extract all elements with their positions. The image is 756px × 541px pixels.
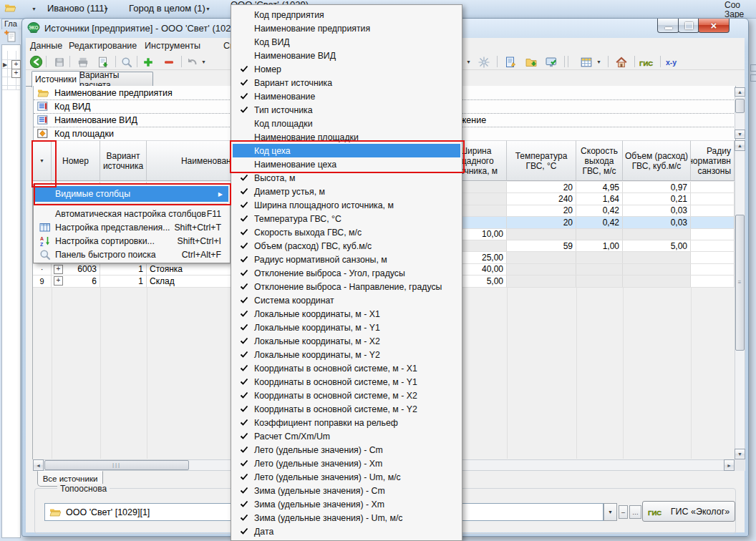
cell-temp[interactable] [507,252,576,263]
scroll-right-button[interactable]: ► [724,459,735,471]
column-menu-item[interactable]: Наименование цеха [233,157,460,171]
cell-temp[interactable] [507,276,576,286]
column-header-speed[interactable]: Скорость выхода ГВС, м/с [576,140,623,181]
column-menu-item[interactable]: Радиус нормативной санзоны, м [233,253,460,266]
restore-button[interactable] [678,19,699,33]
column-menu-item[interactable]: Лето (удельные значения) - Xm [233,457,460,470]
cell-volume[interactable] [623,229,691,240]
cell-number[interactable]: +6 [52,276,100,286]
column-menu-item[interactable]: Температура ГВС, °С [233,212,460,225]
column-header-temp[interactable]: Температура ГВС, °С [507,140,576,181]
context-menu-item-панель-быстрого-поиска[interactable]: Панель быстрого поискаCtrl+Alt+F [35,248,228,261]
cell-radius[interactable] [691,264,735,275]
cell-speed[interactable]: 0,42 [576,205,623,216]
cell-radius[interactable] [691,276,735,286]
grid-icon[interactable] [579,55,593,69]
scroll-left-button[interactable]: ◄ [33,459,44,471]
column-menu-item[interactable]: Координаты в основной системе, м - Y1 [233,375,460,389]
column-menu-item[interactable]: Локальные координаты, м - Y1 [233,321,460,334]
column-menu-item[interactable]: Лето (удельные значения) - Um, м/с [233,470,460,484]
column-header-volume[interactable]: Объем (расход) ГВС, куб.м/с [623,140,691,181]
column-menu-item[interactable]: Локальные координаты, м - X2 [233,334,460,348]
cell-temp[interactable] [507,264,576,275]
edit-doc-icon[interactable] [503,55,518,69]
region-dropdown[interactable]: Иваново (111) [47,3,107,14]
cell-temp[interactable]: 20 [507,205,576,216]
cell-temp[interactable]: 240 [507,193,576,204]
save-icon[interactable] [52,55,67,69]
chevron-down-icon[interactable]: ▼ [104,6,109,11]
add-icon[interactable] [141,55,155,69]
column-menu-item[interactable]: Координаты в основной системе, м - Y2 [233,402,460,416]
column-menu-item[interactable]: Объем (расход) ГВС, куб.м/с [233,239,460,253]
column-menu-item[interactable]: Система координат [233,293,460,307]
cell-radius[interactable] [691,252,735,263]
column-header-number[interactable]: Номер [52,140,100,181]
minimize-button[interactable] [657,19,679,33]
context-menu-item-автоматическая-настройка-столбцов[interactable]: Автоматическая настройка столбцовF11 [35,207,228,220]
cell-temp[interactable]: 59 [507,240,576,251]
dropdown-caret-icon[interactable]: ▼ [466,59,471,64]
column-menu-item[interactable]: Код ВИД [233,35,460,49]
column-menu-item[interactable]: Наименование ВИД [233,49,460,62]
column-menu-item[interactable]: Локальные координаты, м - Y2 [233,348,460,361]
cell-variant[interactable]: 1 [100,264,147,275]
menubar-item-3[interactable]: Инструменты [145,41,200,51]
tab-variants[interactable]: Варианты расчета [79,72,153,87]
column-menu-item[interactable]: Наименование [233,89,460,103]
scroll-up-button[interactable]: ▲ [735,140,745,151]
search-icon[interactable] [120,55,134,69]
cell-radius[interactable] [691,240,735,251]
cell-mark[interactable]: · [33,264,52,275]
column-menu-item[interactable]: Зима (удельные значения) - Cm [233,484,460,497]
expand-icon[interactable]: + [11,69,21,78]
home-icon[interactable] [614,55,629,69]
header-dropdown-icon[interactable]: ▼ [39,158,44,163]
cell-radius[interactable] [691,205,735,216]
column-menu-item[interactable]: Отклонение выброса - Угол, градусы [233,266,460,280]
cell-volume[interactable]: 0,97 [623,182,691,192]
column-menu-item[interactable]: Зима (удельные значения) - Xm [233,497,460,511]
cell-volume[interactable] [623,264,691,275]
cell-temp[interactable]: 20 [507,217,576,228]
cell-volume[interactable]: 5,00 [623,240,691,251]
column-menu-item[interactable]: Зима (удельные значения) - Um, м/с [233,511,460,525]
column-menu-item[interactable]: Дата [233,525,460,538]
back-icon[interactable] [29,55,43,69]
cell-volume[interactable]: 0,21 [623,193,691,204]
cell-speed[interactable] [576,252,623,263]
xy-icon[interactable]: x-y [666,55,680,69]
close-button[interactable]: × [698,19,730,33]
cell-temp[interactable] [507,229,576,240]
column-menu-item[interactable]: Лето (удельные значения) - Cm [233,443,460,457]
topo-minus-button[interactable]: – [619,505,628,519]
cell-speed[interactable] [576,229,623,240]
column-menu-item[interactable]: Код предприятия [233,8,460,21]
undo-icon[interactable] [185,55,199,69]
column-menu-item[interactable]: Код цеха [233,144,460,157]
cell-radius[interactable] [691,193,735,204]
cell-variant[interactable]: 1 [100,276,147,286]
expand-row-button[interactable]: + [54,265,63,274]
column-menu-item[interactable]: Координаты в основной системе, м - X1 [233,361,460,375]
context-menu-item-видимые-столбцы[interactable]: Видимые столбцы▶ [35,186,228,202]
context-menu-item-настройка-сортировки-[interactable]: AZНастройка сортировки...Shift+Ctrl+I [35,234,228,248]
cell-speed[interactable]: 1,64 [576,193,623,204]
column-menu-item[interactable] [233,538,460,541]
cell-mark[interactable]: 9 [33,276,52,286]
cell-speed[interactable] [576,264,623,275]
report-icon[interactable] [96,55,110,69]
folder-export-icon[interactable] [524,55,538,69]
column-menu-item[interactable]: Скорость выхода ГВС, м/с [233,225,460,239]
cell-volume[interactable]: 0,03 [623,205,691,216]
dropdown-caret-icon[interactable]: ▼ [201,59,206,64]
column-menu-item[interactable]: Ширина площадного источника, м [233,198,460,212]
column-menu-item[interactable]: Координаты в основной системе, м - X2 [233,389,460,402]
print-icon[interactable] [76,55,90,69]
scope-dropdown[interactable]: Город в целом (1) [129,3,205,14]
column-menu-item[interactable]: Вариант источника [233,76,460,89]
folder-icon[interactable] [4,2,16,16]
cell-volume[interactable] [623,252,691,263]
tab-sources[interactable]: Источники [32,71,80,87]
column-menu-item[interactable]: Коэффициент поправки на рельеф [233,416,460,429]
